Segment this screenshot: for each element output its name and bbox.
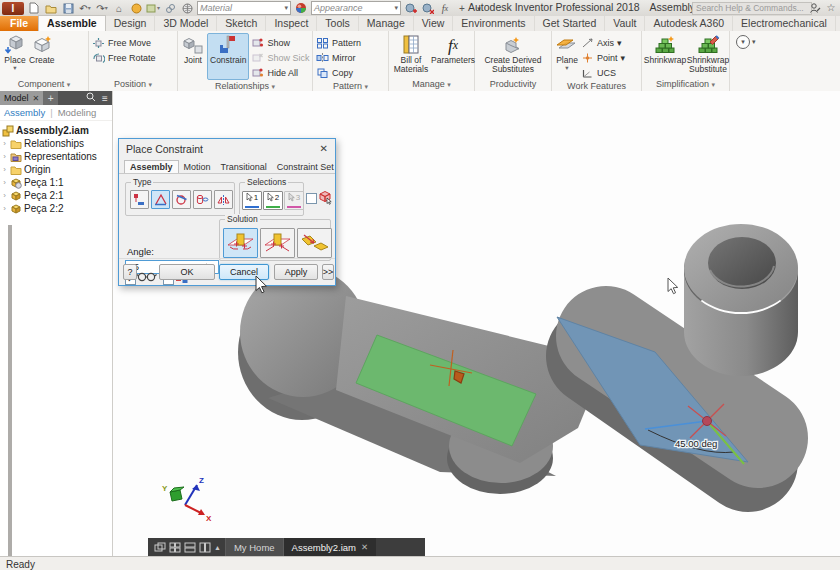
save-icon[interactable] [61, 2, 75, 15]
close-icon[interactable]: ✕ [361, 542, 368, 552]
tree-node-representations[interactable]: › Representations [0, 150, 112, 163]
thumbnail-icon[interactable]: ▾ [146, 2, 160, 15]
material-sphere-icon[interactable] [294, 2, 308, 15]
favorites-star-icon[interactable]: ☆ [824, 1, 838, 14]
dialog-tab-assembly[interactable]: Assembly [124, 160, 179, 174]
copy-button[interactable]: Copy [316, 66, 361, 80]
type-mate-button[interactable] [130, 190, 149, 209]
panel-label-position[interactable]: Position ▾ [89, 78, 177, 91]
add-browser-tab-button[interactable]: + [43, 91, 58, 105]
close-icon[interactable]: ✕ [320, 143, 328, 154]
selection-1-button[interactable]: 1 [242, 191, 262, 210]
close-icon[interactable]: ✕ [33, 94, 40, 103]
tile-horizontal-icon[interactable] [182, 541, 197, 553]
help-button[interactable]: ? [123, 264, 137, 280]
create-derived-substitutes-button[interactable]: Create DerivedSubstitutes [478, 33, 548, 78]
type-symmetry-button[interactable] [214, 190, 233, 209]
clear-appearance-icon[interactable] [421, 2, 435, 15]
type-angle-button[interactable] [151, 190, 170, 209]
panel-label-component[interactable]: Component ▾ [0, 78, 88, 91]
ok-button[interactable]: OK [159, 264, 215, 280]
pattern-button[interactable]: Pattern [316, 36, 361, 50]
mode-modeling-link[interactable]: Modeling [58, 107, 97, 118]
part-right-link[interactable] [557, 224, 798, 462]
dock-divider[interactable] [8, 225, 12, 570]
link-icon[interactable] [163, 2, 177, 15]
axis-button[interactable]: Axis▾ [581, 36, 625, 50]
type-insert-button[interactable] [193, 190, 212, 209]
app-logo[interactable]: I [2, 2, 24, 15]
point-button[interactable]: Point▾ [581, 51, 625, 65]
pick-part-first-checkbox[interactable] [306, 193, 317, 204]
mode-assembly-link[interactable]: Assembly [4, 107, 45, 118]
add-icon[interactable]: + [455, 2, 469, 15]
tab-environments[interactable]: Environments [453, 16, 534, 31]
bill-of-materials-button[interactable]: Bill ofMaterials [392, 33, 430, 78]
redo-icon[interactable]: ↷▾ [95, 2, 109, 15]
adjust-appearance-icon[interactable] [404, 2, 418, 15]
tab-vault[interactable]: Vault [605, 16, 645, 31]
expander-icon[interactable]: › [1, 152, 8, 161]
expand-tabs-icon[interactable]: ▲ [214, 544, 221, 551]
dialog-tab-motion[interactable]: Motion [179, 161, 216, 173]
parameters-button[interactable]: fx Parameters [432, 33, 474, 78]
tree-node-peca-2-2[interactable]: › Peça 2:2 [0, 202, 112, 215]
tree-node-peca-2-1[interactable]: › Peça 2:1 [0, 189, 112, 202]
panel-label-manage[interactable]: Manage ▾ [389, 78, 474, 91]
new-file-icon[interactable] [27, 2, 41, 15]
tab-view[interactable]: View [414, 16, 454, 31]
show-sick-button[interactable]: Show Sick [251, 51, 309, 65]
undo-icon[interactable]: ↶▾ [78, 2, 92, 15]
tab-my-home[interactable]: My Home [225, 538, 283, 556]
tree-node-assembly-root[interactable]: Assembly2.iam [0, 124, 112, 137]
place-button[interactable]: Place▾ [3, 33, 27, 78]
selection-3-button[interactable]: 3 [284, 191, 304, 210]
tab-autodesk-a360[interactable]: Autodesk A360 [645, 16, 733, 31]
tab-get-started[interactable]: Get Started [535, 16, 606, 31]
tab-tools[interactable]: Tools [317, 16, 359, 31]
tab-electromechanical[interactable]: Electromechanical [733, 16, 836, 31]
parameters-quick-icon[interactable]: fx [438, 2, 452, 15]
panel-label-simplification[interactable]: Simplification ▾ [642, 78, 729, 91]
search-icon[interactable] [84, 92, 98, 104]
shrinkwrap-substitute-button[interactable]: ShrinkwrapSubstitute [687, 33, 729, 78]
tile-windows-icon[interactable] [167, 541, 182, 553]
dialog-tab-constraint-set[interactable]: Constraint Set [272, 161, 339, 173]
cascade-windows-icon[interactable] [152, 541, 167, 553]
search-input[interactable]: Search Help & Commands... [692, 2, 812, 15]
tab-sketch[interactable]: Sketch [217, 16, 266, 31]
panel-label-productivity[interactable]: Productivity [475, 78, 551, 91]
dialog-tab-transitional[interactable]: Transitional [216, 161, 272, 173]
browser-tab-model[interactable]: Model✕ [0, 91, 43, 105]
part-left-link[interactable] [238, 267, 606, 494]
ribbon-overflow-button[interactable]: ▾▾ [736, 35, 762, 48]
sign-in-icon[interactable] [808, 1, 822, 14]
open-folder-icon[interactable] [44, 2, 58, 15]
home-icon[interactable]: ⌂ [112, 2, 126, 15]
type-tangent-button[interactable] [172, 190, 191, 209]
browser-menu-icon[interactable]: ≡ [98, 93, 112, 104]
free-rotate-button[interactable]: Free Rotate [92, 51, 156, 65]
ucs-button[interactable]: UCS [581, 66, 625, 80]
free-move-button[interactable]: Free Move [92, 36, 156, 50]
expander-icon[interactable]: › [1, 165, 8, 174]
tab-assembly2-iam[interactable]: Assembly2.iam✕ [283, 538, 377, 556]
mirror-button[interactable]: Mirror [316, 51, 361, 65]
expander-icon[interactable]: › [1, 139, 8, 148]
solution-directed-button[interactable] [223, 228, 258, 258]
plane-button[interactable]: Plane▾ [555, 33, 579, 80]
expander-icon[interactable]: › [1, 178, 8, 187]
appearance-combo[interactable]: Appearance▾ [311, 1, 401, 15]
tab-file[interactable]: File [0, 16, 38, 31]
create-button[interactable]: Create [29, 33, 55, 78]
dialog-titlebar[interactable]: Place Constraint ✕ [119, 139, 335, 158]
shrinkwrap-button[interactable]: Shrinkwrap [645, 33, 685, 78]
expander-icon[interactable]: › [1, 191, 8, 200]
material-combo[interactable]: Material▾ [197, 1, 291, 15]
tab-design[interactable]: Design [106, 16, 156, 31]
render-icon[interactable] [129, 2, 143, 15]
joint-button[interactable]: Joint [181, 33, 205, 80]
more-button[interactable]: >> [322, 264, 334, 280]
selection-2-button[interactable]: 2 [263, 191, 283, 210]
tab-assemble[interactable]: Assemble [38, 15, 106, 32]
